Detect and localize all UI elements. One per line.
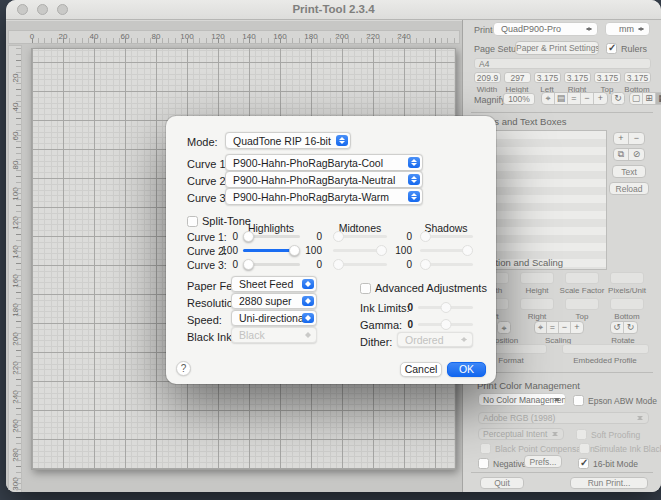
row1-shadows-value: 0: [388, 231, 412, 242]
gamma-value: 0: [396, 319, 413, 330]
scale-up-icon[interactable]: +: [571, 322, 583, 333]
run-print-button[interactable]: Run Print...: [570, 477, 648, 489]
popup-stepper-icon: [302, 279, 314, 289]
quit-button[interactable]: Quit: [480, 477, 524, 489]
curve3-label: Curve 3:: [187, 192, 229, 204]
row2-highlights-slider[interactable]: [243, 244, 300, 256]
margin-right-field[interactable]: 3.175: [564, 72, 591, 83]
divider: [471, 472, 653, 473]
slider-thumb[interactable]: [289, 245, 300, 256]
pos-height-field: [520, 272, 554, 284]
view-grid-icon[interactable]: ▦: [656, 93, 661, 104]
margin-left-field[interactable]: 3.175: [534, 72, 561, 83]
popup-stepper-icon: [551, 396, 563, 403]
reload-button[interactable]: Reload: [609, 182, 649, 195]
zoom-in-icon[interactable]: +: [594, 93, 607, 104]
color-management-popup[interactable]: No Color Management: [478, 393, 566, 406]
rotate-cw-icon[interactable]: ↻: [624, 322, 637, 333]
margin-bottom-field[interactable]: 3.175: [624, 72, 651, 83]
speed-popup[interactable]: Uni-directional: [231, 310, 317, 326]
row3-midtones-value: 0: [300, 259, 322, 270]
help-button[interactable]: ?: [176, 361, 191, 376]
mode-popup[interactable]: QuadTone RIP 16-bit: [225, 132, 351, 149]
remove-item-icon[interactable]: −: [629, 133, 644, 144]
row1-highlights-slider[interactable]: [243, 230, 300, 242]
row2-highlights-value: 100: [216, 245, 238, 256]
duplicate-disable-segmented: ⧉ ⊘: [613, 148, 645, 161]
scale-fit-icon[interactable]: ⌖: [535, 322, 547, 333]
black-ink-label: Black Ink:: [187, 331, 235, 343]
pos-pixels-unit-label: Pixels/Unit: [608, 286, 646, 295]
pan-move-icon[interactable]: ⌖: [542, 93, 555, 104]
margin-top-field[interactable]: 3.175: [594, 72, 621, 83]
page-height-field[interactable]: 297: [504, 72, 531, 83]
soft-proofing-checkbox: Soft Proofing: [576, 429, 640, 440]
printer-popup[interactable]: QuadP900-Pro: [493, 22, 598, 36]
pos-top-field: [565, 298, 599, 310]
prefs-button[interactable]: Prefs...: [524, 455, 562, 468]
window-title: Print-Tool 2.3.4: [6, 3, 661, 15]
paper-feed-popup[interactable]: Sheet Feed: [231, 276, 317, 292]
slider-thumb: [462, 245, 473, 256]
resolution-popup[interactable]: 2880 super: [231, 293, 317, 309]
advanced-adjustments-checkbox[interactable]: Advanced Adjustments: [360, 282, 487, 294]
scale-actual-icon[interactable]: =: [547, 322, 559, 333]
page-width-field[interactable]: 209.9: [474, 72, 501, 83]
rotate-ccw-icon[interactable]: ↺: [611, 322, 624, 333]
pos-right-label: Right: [528, 312, 547, 321]
curve2-label: Curve 2:: [187, 175, 229, 187]
curve3-popup[interactable]: P900-Hahn-PhoRagBaryta-Warm: [225, 188, 423, 205]
slider-thumb[interactable]: [243, 231, 254, 242]
pos-height-label: Height: [525, 286, 548, 295]
epson-abw-checkbox[interactable]: Epson ABW Mode: [573, 395, 657, 406]
refresh-icon[interactable]: ↻: [611, 92, 625, 105]
disable-item-icon[interactable]: ⊘: [629, 149, 644, 160]
center-position-icon[interactable]: ⌖: [497, 321, 511, 334]
checkbox-box: [480, 443, 491, 454]
cancel-button[interactable]: Cancel: [400, 362, 442, 377]
simulate-ink-black-checkbox: Simulate Ink Black: [579, 443, 661, 454]
checkbox-box: [579, 443, 590, 454]
slider-thumb: [333, 231, 344, 242]
check-icon: ✓: [608, 42, 616, 53]
row2-shadows-value: 100: [388, 245, 412, 256]
row3-midtones-slider: [333, 258, 387, 270]
ink-limits-slider: [418, 301, 473, 313]
row2-shadows-slider: [420, 244, 473, 256]
text-button[interactable]: Text: [612, 165, 646, 178]
pos-scale-factor-label: Scale Factor: [560, 286, 605, 295]
popup-stepper-icon: [634, 415, 646, 421]
sixteen-bit-mode-checkbox[interactable]: ✓16-bit Mode: [578, 458, 638, 469]
rulers-checkbox[interactable]: ✓Rulers: [606, 43, 647, 54]
slider-thumb: [420, 259, 431, 270]
duplicate-item-icon[interactable]: ⧉: [614, 149, 629, 160]
divider: [471, 372, 653, 373]
pos-right-field: [520, 298, 554, 310]
scale-down-icon[interactable]: −: [559, 322, 571, 333]
mode-label: Mode:: [187, 136, 218, 148]
add-item-icon[interactable]: +: [614, 133, 629, 144]
black-ink-popup: Black: [231, 327, 317, 343]
popup-stepper-icon: [302, 296, 314, 306]
fit-page-icon[interactable]: ▤: [555, 93, 568, 104]
view-quad-icon[interactable]: ⊞: [643, 93, 656, 104]
titlebar: Print-Tool 2.3.4: [6, 0, 661, 20]
negative-checkbox[interactable]: Negative: [478, 458, 527, 469]
gamma-slider: [418, 318, 473, 330]
curve2-popup[interactable]: P900-Hahn-PhoRagBaryta-Neutral: [225, 171, 423, 188]
slider-thumb[interactable]: [243, 259, 254, 270]
paper-size-field[interactable]: A4: [474, 58, 651, 69]
curve1-popup[interactable]: P900-Hahn-PhoRagBaryta-Cool: [225, 154, 423, 171]
view-single-icon[interactable]: ▢: [630, 93, 643, 104]
row3-highlights-slider[interactable]: [243, 258, 300, 270]
magnify-value-field[interactable]: 100%: [503, 93, 535, 105]
scaling-segmented: ⌖ = − +: [534, 321, 584, 334]
split-tone-checkbox[interactable]: Split-Tone: [187, 215, 251, 227]
actual-size-icon[interactable]: =: [568, 93, 581, 104]
units-popup[interactable]: mm: [605, 22, 650, 36]
ok-button[interactable]: OK: [447, 362, 486, 377]
zoom-out-icon[interactable]: −: [581, 93, 594, 104]
quadtone-rip-dialog: Mode: QuadTone RIP 16-bit Curve 1: P900-…: [166, 116, 496, 384]
popup-stepper-icon: [302, 330, 314, 340]
paper-print-settings-button[interactable]: Paper & Print Settings...: [515, 41, 599, 55]
